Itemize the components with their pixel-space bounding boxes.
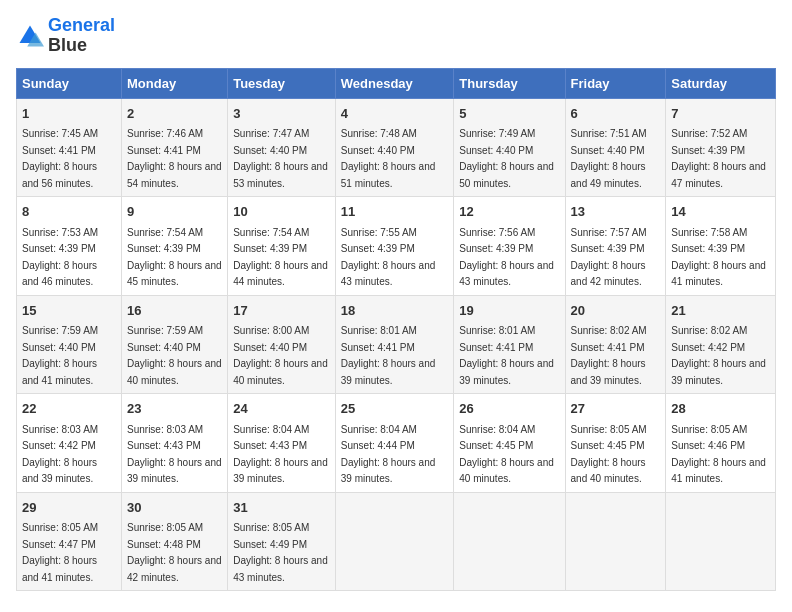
daylight-info: Daylight: 8 hours and 56 minutes. — [22, 161, 97, 189]
calendar-cell: 24 Sunrise: 8:04 AM Sunset: 4:43 PM Dayl… — [228, 394, 336, 493]
sunrise-info: Sunrise: 8:05 AM — [571, 424, 647, 435]
day-number: 25 — [341, 399, 449, 419]
calendar-cell: 19 Sunrise: 8:01 AM Sunset: 4:41 PM Dayl… — [454, 295, 565, 394]
day-number: 7 — [671, 104, 770, 124]
sunset-info: Sunset: 4:43 PM — [127, 440, 201, 451]
calendar-cell: 26 Sunrise: 8:04 AM Sunset: 4:45 PM Dayl… — [454, 394, 565, 493]
sunset-info: Sunset: 4:41 PM — [127, 145, 201, 156]
day-number: 30 — [127, 498, 222, 518]
daylight-info: Daylight: 8 hours and 39 minutes. — [341, 358, 436, 386]
calendar-cell: 17 Sunrise: 8:00 AM Sunset: 4:40 PM Dayl… — [228, 295, 336, 394]
sunset-info: Sunset: 4:42 PM — [22, 440, 96, 451]
daylight-info: Daylight: 8 hours and 39 minutes. — [341, 457, 436, 485]
week-row-2: 8 Sunrise: 7:53 AM Sunset: 4:39 PM Dayli… — [17, 197, 776, 296]
logo-icon — [16, 22, 44, 50]
sunset-info: Sunset: 4:40 PM — [127, 342, 201, 353]
day-number: 5 — [459, 104, 559, 124]
sunset-info: Sunset: 4:46 PM — [671, 440, 745, 451]
calendar-cell: 30 Sunrise: 8:05 AM Sunset: 4:48 PM Dayl… — [122, 492, 228, 591]
sunrise-info: Sunrise: 7:57 AM — [571, 227, 647, 238]
sunrise-info: Sunrise: 7:56 AM — [459, 227, 535, 238]
calendar-cell: 14 Sunrise: 7:58 AM Sunset: 4:39 PM Dayl… — [666, 197, 776, 296]
sunrise-info: Sunrise: 8:03 AM — [22, 424, 98, 435]
weekday-header-saturday: Saturday — [666, 68, 776, 98]
sunrise-info: Sunrise: 7:45 AM — [22, 128, 98, 139]
sunrise-info: Sunrise: 8:05 AM — [22, 522, 98, 533]
sunset-info: Sunset: 4:42 PM — [671, 342, 745, 353]
day-number: 6 — [571, 104, 661, 124]
sunset-info: Sunset: 4:41 PM — [459, 342, 533, 353]
sunset-info: Sunset: 4:39 PM — [571, 243, 645, 254]
day-number: 18 — [341, 301, 449, 321]
daylight-info: Daylight: 8 hours and 39 minutes. — [571, 358, 646, 386]
calendar-cell: 2 Sunrise: 7:46 AM Sunset: 4:41 PM Dayli… — [122, 98, 228, 197]
calendar-cell — [565, 492, 666, 591]
sunrise-info: Sunrise: 7:59 AM — [127, 325, 203, 336]
day-number: 10 — [233, 202, 330, 222]
sunrise-info: Sunrise: 8:00 AM — [233, 325, 309, 336]
day-number: 19 — [459, 301, 559, 321]
day-number: 21 — [671, 301, 770, 321]
weekday-header-monday: Monday — [122, 68, 228, 98]
calendar-cell: 20 Sunrise: 8:02 AM Sunset: 4:41 PM Dayl… — [565, 295, 666, 394]
daylight-info: Daylight: 8 hours and 46 minutes. — [22, 260, 97, 288]
calendar-cell: 6 Sunrise: 7:51 AM Sunset: 4:40 PM Dayli… — [565, 98, 666, 197]
sunset-info: Sunset: 4:45 PM — [459, 440, 533, 451]
sunrise-info: Sunrise: 7:48 AM — [341, 128, 417, 139]
daylight-info: Daylight: 8 hours and 39 minutes. — [233, 457, 328, 485]
day-number: 2 — [127, 104, 222, 124]
weekday-header-row: SundayMondayTuesdayWednesdayThursdayFrid… — [17, 68, 776, 98]
calendar-cell: 9 Sunrise: 7:54 AM Sunset: 4:39 PM Dayli… — [122, 197, 228, 296]
sunset-info: Sunset: 4:40 PM — [459, 145, 533, 156]
calendar-cell: 11 Sunrise: 7:55 AM Sunset: 4:39 PM Dayl… — [335, 197, 454, 296]
daylight-info: Daylight: 8 hours and 40 minutes. — [571, 457, 646, 485]
daylight-info: Daylight: 8 hours and 42 minutes. — [127, 555, 222, 583]
sunset-info: Sunset: 4:40 PM — [341, 145, 415, 156]
daylight-info: Daylight: 8 hours and 49 minutes. — [571, 161, 646, 189]
calendar-cell: 21 Sunrise: 8:02 AM Sunset: 4:42 PM Dayl… — [666, 295, 776, 394]
daylight-info: Daylight: 8 hours and 43 minutes. — [233, 555, 328, 583]
calendar-cell — [454, 492, 565, 591]
sunrise-info: Sunrise: 8:04 AM — [233, 424, 309, 435]
calendar-cell: 5 Sunrise: 7:49 AM Sunset: 4:40 PM Dayli… — [454, 98, 565, 197]
sunset-info: Sunset: 4:39 PM — [341, 243, 415, 254]
calendar-cell: 28 Sunrise: 8:05 AM Sunset: 4:46 PM Dayl… — [666, 394, 776, 493]
calendar-cell — [335, 492, 454, 591]
day-number: 9 — [127, 202, 222, 222]
weekday-header-thursday: Thursday — [454, 68, 565, 98]
sunset-info: Sunset: 4:39 PM — [233, 243, 307, 254]
sunset-info: Sunset: 4:43 PM — [233, 440, 307, 451]
calendar-cell: 31 Sunrise: 8:05 AM Sunset: 4:49 PM Dayl… — [228, 492, 336, 591]
day-number: 13 — [571, 202, 661, 222]
sunrise-info: Sunrise: 8:03 AM — [127, 424, 203, 435]
sunset-info: Sunset: 4:41 PM — [571, 342, 645, 353]
daylight-info: Daylight: 8 hours and 53 minutes. — [233, 161, 328, 189]
sunrise-info: Sunrise: 8:02 AM — [571, 325, 647, 336]
daylight-info: Daylight: 8 hours and 40 minutes. — [233, 358, 328, 386]
logo: General Blue — [16, 16, 115, 56]
sunset-info: Sunset: 4:39 PM — [459, 243, 533, 254]
day-number: 31 — [233, 498, 330, 518]
sunset-info: Sunset: 4:49 PM — [233, 539, 307, 550]
sunset-info: Sunset: 4:45 PM — [571, 440, 645, 451]
sunset-info: Sunset: 4:40 PM — [233, 342, 307, 353]
calendar-cell: 8 Sunrise: 7:53 AM Sunset: 4:39 PM Dayli… — [17, 197, 122, 296]
daylight-info: Daylight: 8 hours and 54 minutes. — [127, 161, 222, 189]
sunrise-info: Sunrise: 7:54 AM — [127, 227, 203, 238]
calendar-cell: 27 Sunrise: 8:05 AM Sunset: 4:45 PM Dayl… — [565, 394, 666, 493]
sunrise-info: Sunrise: 8:05 AM — [233, 522, 309, 533]
day-number: 23 — [127, 399, 222, 419]
sunrise-info: Sunrise: 7:53 AM — [22, 227, 98, 238]
sunrise-info: Sunrise: 7:52 AM — [671, 128, 747, 139]
daylight-info: Daylight: 8 hours and 45 minutes. — [127, 260, 222, 288]
day-number: 16 — [127, 301, 222, 321]
day-number: 28 — [671, 399, 770, 419]
calendar-cell: 23 Sunrise: 8:03 AM Sunset: 4:43 PM Dayl… — [122, 394, 228, 493]
daylight-info: Daylight: 8 hours and 50 minutes. — [459, 161, 554, 189]
logo-text: General Blue — [48, 16, 115, 56]
calendar-cell: 3 Sunrise: 7:47 AM Sunset: 4:40 PM Dayli… — [228, 98, 336, 197]
daylight-info: Daylight: 8 hours and 51 minutes. — [341, 161, 436, 189]
weekday-header-wednesday: Wednesday — [335, 68, 454, 98]
sunrise-info: Sunrise: 7:55 AM — [341, 227, 417, 238]
daylight-info: Daylight: 8 hours and 39 minutes. — [671, 358, 766, 386]
